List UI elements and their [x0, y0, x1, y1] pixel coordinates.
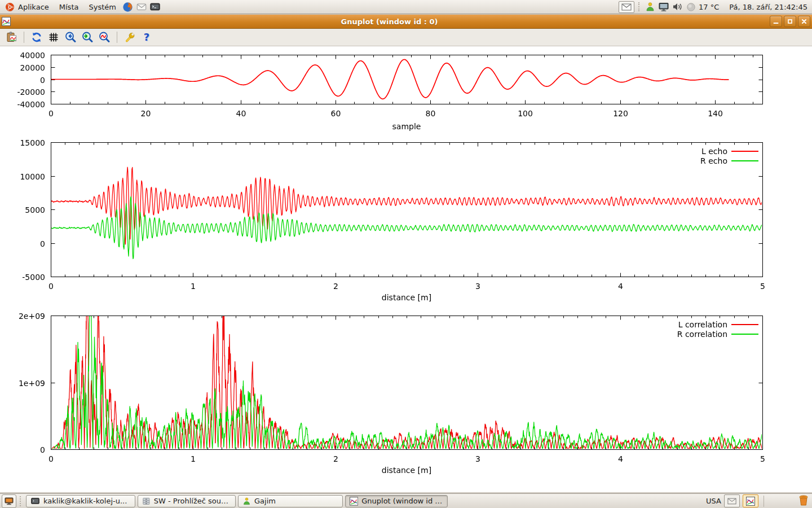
weather-icon[interactable] — [686, 2, 696, 12]
temperature-label[interactable]: 17 °C — [699, 3, 719, 11]
window-title: Gnuplot (window id : 0) — [11, 17, 768, 26]
task-label: SW - Prohlížeč souborů — [154, 497, 231, 505]
gnuplot-icon — [746, 497, 755, 506]
gnuplot-window: Gnuplot (window id : 0) — [0, 15, 812, 492]
gajim-icon — [242, 497, 251, 506]
configure-button[interactable] — [122, 30, 138, 45]
gnuplot-window-icon[interactable] — [2, 17, 11, 26]
task-label: Gnuplot (window id : 0) — [361, 497, 443, 505]
help-icon: ? — [144, 32, 149, 42]
file-manager-icon — [142, 497, 151, 506]
ubuntu-logo-icon — [5, 2, 15, 12]
minimize-icon — [773, 18, 779, 25]
close-button[interactable] — [798, 16, 810, 27]
show-desktop-button[interactable] — [2, 494, 16, 508]
minimize-button[interactable] — [770, 16, 782, 27]
zoom-next-button[interactable] — [80, 30, 95, 45]
task-button-terminal[interactable]: kaklik@kaklik-kolej-u... — [26, 495, 135, 507]
trash-applet[interactable] — [798, 494, 809, 508]
toolbar-separator — [117, 32, 117, 43]
email-launcher[interactable] — [135, 0, 148, 14]
maximize-button[interactable] — [784, 16, 796, 27]
grid-icon — [47, 31, 60, 43]
volume-icon[interactable] — [672, 2, 683, 11]
plot-correlation-canvas[interactable] — [0, 311, 812, 480]
task-button-gajim[interactable]: Gajim — [238, 495, 343, 507]
terminal-launcher[interactable] — [148, 0, 162, 14]
gnuplot-plot-area — [0, 46, 812, 492]
task-label: Gajim — [254, 497, 276, 505]
taskbar-separator — [764, 496, 764, 507]
task-label: kaklik@kaklik-kolej-u... — [43, 497, 127, 505]
gnuplot-toolbar: ? — [0, 29, 812, 46]
taskbar-separator — [20, 496, 23, 506]
user-status-icon[interactable] — [645, 2, 655, 12]
mail-notification-icon — [621, 3, 632, 11]
gnome-top-panel: Aplikace Místa Systém — [0, 0, 812, 14]
gnome-taskbar: kaklik@kaklik-kolej-u... SW - Prohlížeč … — [0, 493, 812, 508]
maximize-icon — [787, 18, 793, 25]
zoom-previous-button[interactable] — [63, 30, 78, 45]
keyboard-layout-indicator[interactable]: USA — [706, 497, 721, 505]
help-button[interactable]: ? — [139, 30, 155, 45]
menu-system[interactable]: Systém — [83, 0, 121, 14]
zoom-previous-icon — [64, 31, 77, 43]
mail-notification-tray[interactable] — [619, 1, 634, 13]
menu-applications[interactable]: Aplikace — [0, 0, 54, 14]
plot-echo-canvas[interactable] — [0, 138, 812, 307]
toolbar-separator — [24, 32, 24, 43]
autoscale-button[interactable] — [96, 30, 112, 45]
gnuplot-window-selector-button[interactable] — [743, 494, 758, 507]
mail-tray-button[interactable] — [724, 494, 740, 507]
firefox-launcher[interactable] — [121, 0, 135, 14]
terminal-icon — [30, 497, 40, 505]
replot-button[interactable] — [29, 30, 45, 45]
menu-system-label: Systém — [89, 3, 116, 11]
envelope-icon — [136, 2, 147, 12]
taskbar-right-cluster: USA — [706, 494, 810, 508]
copy-plot-icon — [5, 31, 17, 43]
menu-applications-label: Aplikace — [18, 3, 49, 11]
toggle-grid-button[interactable] — [46, 30, 61, 45]
copy-to-clipboard-button[interactable] — [3, 30, 19, 45]
close-icon — [801, 18, 807, 25]
system-tray: 17 °C Pá, 18. září, 21:42:45 — [619, 1, 812, 13]
terminal-icon — [149, 2, 161, 12]
menu-places[interactable]: Místa — [54, 0, 84, 14]
wrench-icon — [123, 31, 136, 43]
menu-places-label: Místa — [59, 3, 79, 11]
zoom-next-icon — [81, 31, 94, 43]
tray-separator — [638, 2, 641, 11]
firefox-icon — [122, 2, 133, 12]
refresh-icon — [30, 31, 43, 43]
gnuplot-titlebar[interactable]: Gnuplot (window id : 0) — [0, 15, 812, 29]
gnuplot-icon — [350, 497, 358, 506]
task-button-gnuplot[interactable]: Gnuplot (window id : 0) — [345, 495, 448, 507]
envelope-icon — [727, 498, 736, 505]
clock-applet[interactable]: Pá, 18. září, 21:42:45 — [729, 3, 807, 11]
task-button-file-manager[interactable]: SW - Prohlížeč souborů — [138, 495, 236, 507]
autoscale-icon — [98, 31, 111, 43]
show-desktop-icon — [5, 497, 14, 505]
display-icon[interactable] — [658, 2, 669, 12]
plot-sample-waveform-canvas[interactable] — [0, 50, 812, 135]
trash-icon — [798, 494, 809, 506]
